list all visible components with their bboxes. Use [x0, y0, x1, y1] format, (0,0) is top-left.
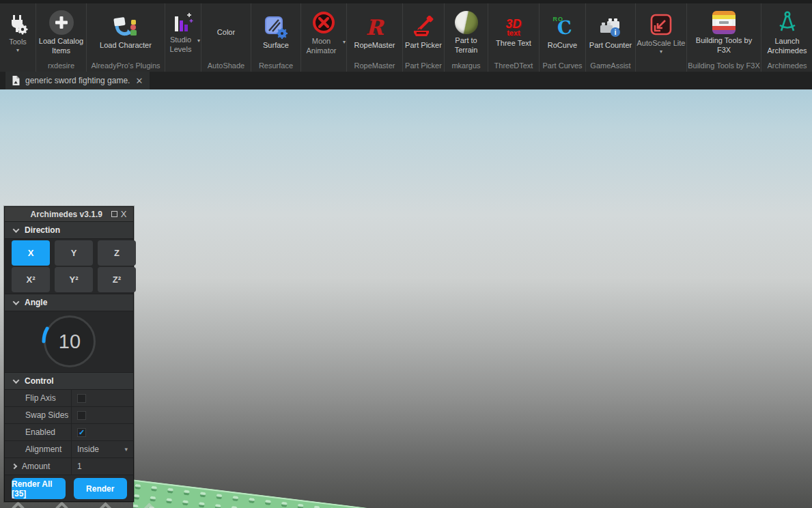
- place-tab[interactable]: generic sword fighting game. ✕: [5, 72, 150, 89]
- toolbar-group-label: [301, 61, 346, 72]
- direction-x-button[interactable]: X: [12, 240, 50, 266]
- caret-down-icon: ▾: [197, 39, 200, 42]
- toolbar-button-ropemaster[interactable]: R RopeMaster RopeMaster: [347, 3, 403, 72]
- archimedes-panel: Archimedes v3.1.9 X Direction X Y Z X² Y…: [4, 206, 134, 502]
- toolbar-button-load-catalog-items[interactable]: Load Catalog Items rxdesire: [36, 3, 87, 72]
- direction-z-button[interactable]: Z: [98, 240, 136, 266]
- compass-icon: [776, 10, 798, 35]
- toolbar-label: Tools: [9, 38, 27, 46]
- direction-y-button[interactable]: Y: [55, 240, 93, 266]
- toolbar-group-label: ThreeDText: [488, 61, 539, 72]
- direction-y2-button[interactable]: Y²: [55, 267, 93, 292]
- enabled-checkbox[interactable]: ✓: [77, 428, 86, 437]
- panel-title: Archimedes v3.1.9: [10, 210, 109, 219]
- toolbar-button-load-character[interactable]: Load Character AlreadyPro's Plugins: [87, 3, 165, 72]
- brick-info-icon: i: [598, 16, 624, 39]
- toolbar-button-rocurve[interactable]: ROC RoCurve Part Curves: [540, 3, 586, 72]
- toolbar-button-surface[interactable]: Surface Resurface: [251, 3, 301, 72]
- control-row-flip-axis: Flip Axis: [5, 390, 133, 407]
- 3d-text-icon: 3Dtext: [505, 18, 521, 37]
- control-row-enabled: Enabled ✓: [5, 424, 133, 441]
- svg-text:i: i: [614, 28, 616, 36]
- toolbar-button-tools[interactable]: Tools ▾: [0, 3, 36, 72]
- amount-input[interactable]: 1: [71, 458, 133, 475]
- toolbar-group-label: AlreadyPro's Plugins: [87, 61, 165, 72]
- toolbar-button-moon-animator[interactable]: Moon Animator▾: [301, 3, 347, 72]
- close-panel-button[interactable]: X: [119, 210, 128, 219]
- toolbar-button-color[interactable]: Color AutoShade: [201, 3, 251, 72]
- red-circle-x-icon: [311, 10, 336, 35]
- inlet-texture-chevron: [55, 501, 68, 508]
- 3d-viewport[interactable]: Archimedes v3.1.9 X Direction X Y Z X² Y…: [0, 89, 812, 508]
- chevron-down-icon: [13, 377, 20, 384]
- toolbar-group-label: Resurface: [251, 61, 300, 72]
- chevron-down-icon: [13, 226, 20, 233]
- caret-down-icon: ▾: [343, 40, 346, 44]
- direction-z2-button[interactable]: Z²: [98, 267, 136, 292]
- alignment-dropdown[interactable]: Inside ▾: [71, 441, 133, 457]
- float-window-button[interactable]: [109, 210, 119, 219]
- angle-value: 10: [59, 330, 81, 353]
- toolbar-button-building-tools-f3x[interactable]: Building Tools by F3X Building Tools by …: [687, 3, 761, 72]
- alignment-value: Inside: [77, 444, 99, 454]
- surface-gear-icon: [264, 16, 288, 39]
- toolbar-group-label: RopeMaster: [347, 61, 402, 72]
- control-row-amount: Amount 1: [5, 458, 133, 475]
- caret-down-icon: ▾: [660, 50, 662, 53]
- rope-r-icon: R: [366, 16, 384, 39]
- direction-button-grid: X Y Z X² Y² Z²: [5, 239, 133, 294]
- toolbar-group-label: [0, 61, 36, 72]
- toolbar-group-label: [636, 61, 686, 72]
- chevron-down-icon: [13, 298, 20, 305]
- flip-axis-checkbox[interactable]: [77, 394, 86, 403]
- control-row-swap-sides: Swap Sides: [5, 407, 133, 424]
- place-file-icon: [12, 75, 20, 86]
- toolbar-group-label: rxdesire: [36, 61, 86, 72]
- toolbar-group-label: mkargus: [445, 61, 488, 72]
- toolbar-button-autoscale-lite[interactable]: AutoScale Lite ▾: [636, 3, 687, 72]
- inlet-texture-chevron: [12, 501, 24, 508]
- eyedropper-icon: [412, 16, 435, 39]
- direction-x2-button[interactable]: X²: [12, 267, 50, 292]
- character-arrow-icon: [112, 16, 139, 39]
- section-header-angle[interactable]: Angle: [5, 294, 133, 311]
- swap-sides-checkbox[interactable]: [77, 411, 86, 420]
- toolbar-group-label: AutoShade: [201, 61, 251, 72]
- tab-close-icon[interactable]: ✕: [135, 76, 143, 86]
- float-window-icon: [111, 211, 117, 217]
- toolbar-button-part-picker[interactable]: Part Picker Part Picker: [403, 3, 445, 72]
- angle-section-body: 10: [5, 311, 133, 372]
- toolbar-group-label: Part Curves: [540, 61, 585, 72]
- toolbar-button-launch-archimedes[interactable]: Launch Archimedes Archimedes: [761, 3, 812, 72]
- f3x-rainbow-icon: [712, 11, 736, 34]
- toolbar-button-studio-levels[interactable]: Studio Levels▾: [165, 3, 201, 72]
- plus-circle-icon: [49, 10, 74, 35]
- sphere-terrain-icon: [455, 11, 478, 34]
- document-tab-bar: generic sword fighting game. ✕: [0, 72, 812, 89]
- toolbar-group-label: [165, 61, 201, 72]
- toolbar-button-three-text[interactable]: 3Dtext Three Text ThreeDText: [488, 3, 540, 72]
- rocurve-icon: ROC: [550, 16, 575, 39]
- caret-down-icon: ▾: [16, 48, 19, 52]
- render-all-button[interactable]: Render All [35]: [12, 478, 66, 499]
- dropdown-caret-icon: ▾: [124, 446, 128, 453]
- toolbar-group-label: GameAssist: [586, 61, 635, 72]
- tab-title: generic sword fighting game.: [25, 76, 130, 85]
- render-button[interactable]: Render: [74, 478, 128, 499]
- baseplate[interactable]: [133, 479, 369, 508]
- expand-chevron-icon[interactable]: [12, 464, 17, 469]
- toolbar-button-part-counter[interactable]: i Part Counter GameAssist: [586, 3, 636, 72]
- control-row-alignment: Alignment Inside ▾: [5, 441, 133, 458]
- inlet-texture-chevron: [99, 502, 111, 508]
- section-header-direction[interactable]: Direction: [5, 221, 133, 239]
- panel-action-buttons: Render All [35] Render: [5, 475, 133, 502]
- toolbar-button-part-to-terrain[interactable]: Part to Terrain mkargus: [445, 3, 488, 72]
- angle-dial[interactable]: 10: [44, 315, 96, 367]
- scale-arrow-icon: [649, 12, 673, 37]
- toolbar-group-label: Part Picker: [403, 61, 444, 72]
- amount-value: 1: [77, 462, 82, 471]
- level-bars-icon: [173, 12, 193, 33]
- section-header-control[interactable]: Control: [5, 372, 133, 390]
- panel-title-bar[interactable]: Archimedes v3.1.9 X: [5, 207, 133, 221]
- plugins-toolbar: Tools ▾ Load Catalog Items rxdesire: [0, 0, 812, 72]
